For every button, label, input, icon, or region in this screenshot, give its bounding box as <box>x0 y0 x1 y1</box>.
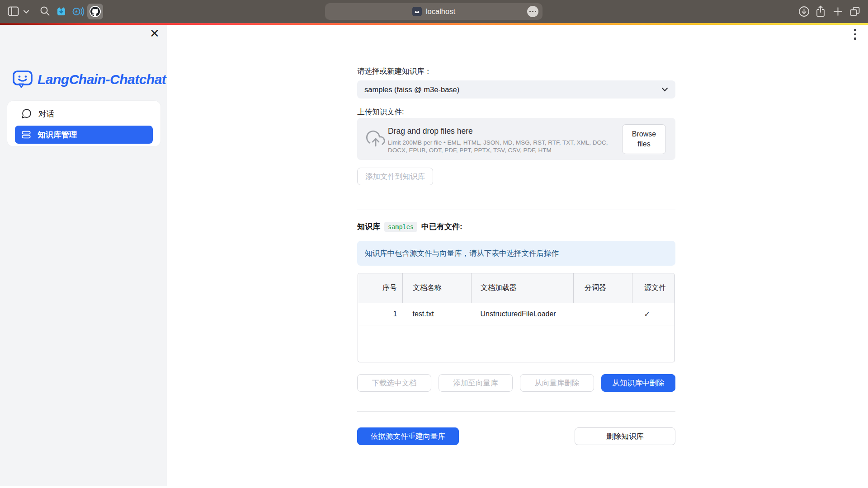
address-bar[interactable]: localhost <box>325 3 542 20</box>
browser-toolbar: localhost <box>0 0 868 23</box>
chevron-down-icon[interactable] <box>24 10 29 14</box>
kb-select-value: samples (faiss @ m3e-base) <box>364 85 459 94</box>
cell-filename: test.txt <box>403 303 472 325</box>
col-header-splitter: 分词器 <box>574 273 632 303</box>
browse-files-button[interactable]: Browse files <box>622 124 666 154</box>
table-header-row: 序号 文档名称 文档加载器 分词器 源文件 向量库 <box>358 273 675 303</box>
col-header-index: 序号 <box>358 273 403 303</box>
col-header-source: 源文件 <box>632 273 675 303</box>
cat-extension-icon[interactable] <box>56 6 67 17</box>
chat-bubble-icon <box>21 108 32 119</box>
delete-from-vector-button[interactable]: 从向量库删除 <box>520 374 594 392</box>
file-dropzone[interactable]: Drag and drop files here Limit 200MB per… <box>357 118 675 160</box>
kb-select[interactable]: samples (faiss @ m3e-base) <box>357 80 675 99</box>
downloads-icon[interactable] <box>798 6 810 17</box>
app-menu-icon[interactable] <box>854 29 856 40</box>
address-url: localhost <box>426 7 455 16</box>
file-actions-row: 下载选中文档 添加至向量库 从向量库删除 从知识库中删除 <box>357 374 675 392</box>
sidebar-item-label: 知识库管理 <box>38 129 77 140</box>
info-banner: 知识库中包含源文件与向量库，请从下表中选择文件后操作 <box>357 241 675 266</box>
delete-from-kb-button[interactable]: 从知识库中删除 <box>601 374 675 392</box>
select-chevron-icon <box>661 87 668 92</box>
cell-splitter <box>574 303 632 325</box>
close-sidebar-icon[interactable]: ✕ <box>150 28 160 39</box>
sidebar-item-knowledge-base[interactable]: 知识库管理 <box>15 126 153 144</box>
upload-label: 上传知识文件: <box>357 107 404 117</box>
col-header-loader: 文档加载器 <box>472 273 574 303</box>
col-header-filename: 文档名称 <box>403 273 472 303</box>
github-extension-icon[interactable] <box>87 4 103 19</box>
kb-files-heading: 知识库 samples 中已有文件: <box>357 221 462 232</box>
sidebar-item-label: 对话 <box>38 108 54 119</box>
sidebar: ✕ LangChain-Chatchat 对 <box>0 25 167 486</box>
download-selected-button[interactable]: 下载选中文档 <box>357 374 431 392</box>
tab-overview-icon[interactable] <box>849 6 861 17</box>
screen: localhost ✕ <box>0 0 868 488</box>
divider <box>357 411 675 412</box>
github-logo <box>90 6 101 17</box>
kb-select-label: 请选择或新建知识库： <box>357 66 432 76</box>
kb-files-table: 序号 文档名称 文档加载器 分词器 源文件 向量库 1 test.txt Uns… <box>358 273 675 362</box>
new-tab-icon[interactable] <box>833 6 843 17</box>
sidebar-toggle-icon[interactable] <box>8 6 19 16</box>
rings-extension-icon[interactable] <box>72 6 84 17</box>
add-files-to-kb-button[interactable]: 添加文件到知识库 <box>357 168 433 185</box>
cell-source-check: ✓ <box>632 303 675 325</box>
kb-name-code: samples <box>384 222 417 232</box>
site-favicon <box>412 7 422 16</box>
dropzone-title: Drag and drop files here <box>388 127 473 136</box>
search-icon[interactable] <box>40 6 50 16</box>
upload-cloud-icon <box>366 130 385 149</box>
share-icon[interactable] <box>815 5 826 18</box>
logo-chat-bubble-icon <box>12 70 33 89</box>
rebuild-vector-store-button[interactable]: 依据源文件重建向量库 <box>357 427 459 445</box>
cell-loader: UnstructuredFileLoader <box>472 303 574 325</box>
heading-prefix: 知识库 <box>357 221 380 232</box>
divider <box>357 210 675 210</box>
add-to-vector-store-button[interactable]: 添加至向量库 <box>439 374 513 392</box>
dropzone-hint: Limit 200MB per file • EML, HTML, JSON, … <box>388 139 628 154</box>
table-row[interactable]: 1 test.txt UnstructuredFileLoader ✓ ✓ <box>358 303 675 325</box>
sidebar-nav: 对话 知识库管理 <box>7 101 160 146</box>
app-logo: LangChain-Chatchat <box>12 70 166 89</box>
delete-kb-button[interactable]: 删除知识库 <box>575 427 675 445</box>
cell-index: 1 <box>358 303 403 325</box>
page-settings-icon[interactable] <box>527 6 538 17</box>
knowledge-base-icon <box>21 130 31 140</box>
sidebar-item-dialogue[interactable]: 对话 <box>7 103 160 124</box>
heading-suffix: 中已有文件: <box>421 221 462 232</box>
app-logo-text: LangChain-Chatchat <box>38 72 166 87</box>
